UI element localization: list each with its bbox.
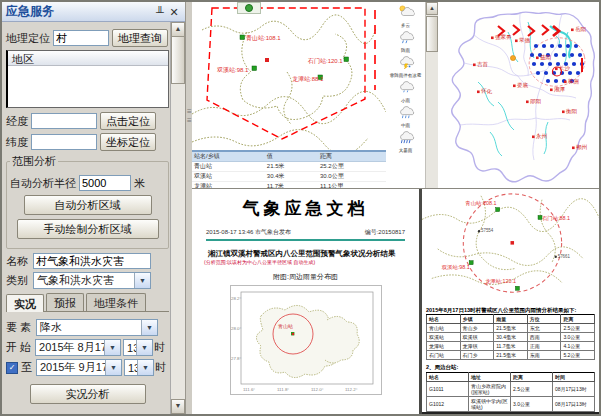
col-header: 方位 <box>527 315 561 324</box>
city-marker[interactable] <box>491 37 494 40</box>
emergency-document[interactable]: 气象应急文档 2015-08-17 13:46 市气象台发布 编号:201508… <box>192 189 419 415</box>
table-row[interactable]: 双溪站30.4米30.0公里 <box>192 172 386 182</box>
station-marker[interactable] <box>344 57 349 62</box>
start-date-picker[interactable]: 2015年 8月17日 ▼ <box>35 339 121 356</box>
table-row[interactable]: 双溪站双溪镇30.4毫米西南3.0公里 <box>427 333 595 342</box>
station-marker[interactable] <box>252 66 257 71</box>
live-analysis-button[interactable]: 实况分析 <box>30 384 146 404</box>
city-marker[interactable] <box>473 64 476 67</box>
province-map[interactable]: 张家界常德岳阳吉首益阳长沙怀化娄底株洲湘潭邵阳衡阳永州郴州 <box>438 2 599 188</box>
end-hour-select[interactable]: 13 ▼ <box>124 359 154 376</box>
legend-label: 大暴雨 <box>388 148 423 153</box>
city-marker[interactable] <box>562 111 565 114</box>
report-intro: 2015年8月17日13时村警戒区八公里范围内雨情分析结果如下: <box>426 307 595 313</box>
manual-draw-area-button[interactable]: 手动绘制分析区域 <box>17 219 159 239</box>
city-marker[interactable] <box>555 68 558 71</box>
chevron-down-icon[interactable]: ▼ <box>137 360 153 375</box>
panel-scrollbar[interactable]: ▲ ▼ <box>170 22 185 414</box>
name-input[interactable] <box>33 253 151 269</box>
chevron-down-icon[interactable]: ▼ <box>141 320 157 335</box>
station-marker[interactable] <box>240 35 245 40</box>
latitude-label: 纬度 <box>6 135 28 150</box>
col-header: 距离 <box>561 315 595 324</box>
table-row[interactable]: 龙潭站龙潭镇11.7毫米正南4.1公里 <box>427 342 595 351</box>
scrollbar-thumb[interactable] <box>171 36 185 84</box>
type-select[interactable]: 气象和洪水灾害 ▼ <box>33 272 151 289</box>
city-label: 怀化 <box>481 88 493 95</box>
city-label: 岳阳 <box>575 26 586 33</box>
city-marker[interactable] <box>515 40 518 43</box>
geo-input[interactable] <box>53 30 109 46</box>
table-row[interactable]: G1011青山乡政府院内(国家站)2.5公里08月17日13时 <box>427 382 595 397</box>
chevron-down-icon[interactable]: ▼ <box>136 340 152 355</box>
scrollbar-thumb[interactable] <box>426 16 438 52</box>
city-marker[interactable] <box>477 91 480 94</box>
analysis-report-document[interactable]: 5755457661 青山站:108.1石门站:88.1双溪站:98.1龙潭站:… <box>422 189 599 415</box>
tab-forecast[interactable]: 预报 <box>46 293 84 311</box>
col-header: 站名 <box>427 315 461 324</box>
city-label: 长沙 <box>559 65 571 72</box>
city-marker[interactable] <box>564 81 567 84</box>
station-result-table[interactable]: 站名/乡镇值距离青山站21.5米25.2公里双溪站30.4米30.0公里龙潭站1… <box>192 150 386 188</box>
city-marker[interactable] <box>513 85 516 88</box>
coord-locate-button[interactable]: 坐标定位 <box>100 133 156 151</box>
table-row[interactable]: G1013龙潭镇水库坝上(区域站)4.1公里08月17日13时 <box>427 412 595 416</box>
city-marker[interactable] <box>572 147 575 150</box>
legend-label: 阵雨 <box>388 48 423 53</box>
close-icon[interactable]: ✕ <box>167 5 181 19</box>
station-id-label: 57554 <box>481 228 494 233</box>
auto-analyze-area-button[interactable]: 自动分析区域 <box>24 195 152 215</box>
city-marker[interactable] <box>571 29 574 32</box>
table-row[interactable]: 石门站石门乡21.5毫米东南5.2公里 <box>427 351 595 360</box>
document-figure: 青山站 28.2°28.0°27.8°111.6°111.8°112.0°112… <box>230 285 382 395</box>
end-hour-value: 13 <box>125 362 137 374</box>
click-locate-button[interactable]: 点击定位 <box>100 112 156 130</box>
scroll-up-icon[interactable]: ▲ <box>171 22 185 37</box>
auto-radius-input[interactable] <box>79 175 131 191</box>
map-tool-chip[interactable] <box>237 2 261 14</box>
pin-icon[interactable]: ╨ <box>153 5 167 19</box>
svg-text:111.8°: 111.8° <box>277 387 289 392</box>
document-number: 编号:20150817 <box>365 228 405 237</box>
end-enabled-checkbox[interactable]: ✓ <box>6 362 18 374</box>
chevron-down-icon[interactable]: ▼ <box>104 340 120 355</box>
element-select[interactable]: 降水 ▼ <box>36 319 158 336</box>
scroll-down-icon[interactable]: ▼ <box>171 399 185 414</box>
longitude-input[interactable] <box>31 113 97 129</box>
legend-item: 多云 <box>386 5 425 28</box>
city-marker[interactable] <box>536 57 539 60</box>
document-note: (分析范围:以该村为中心八公里半径区域 自动生成) <box>204 259 407 265</box>
rain3-weather-icon <box>397 130 415 144</box>
chevron-down-icon[interactable]: ▼ <box>105 360 121 375</box>
city-marker[interactable] <box>550 89 553 92</box>
scroll-up-icon[interactable]: ▲ <box>426 2 438 15</box>
shower-weather-icon <box>397 30 415 44</box>
svg-text:112.0°: 112.0° <box>311 387 324 392</box>
city-label: 株洲 <box>567 78 579 85</box>
panel-titlebar: 应急服务 ╨ ✕ <box>2 2 185 22</box>
document-heading: 湘江镇双溪村警戒区内八公里范围预警气象状况分析结果 <box>208 249 407 258</box>
table-row[interactable]: G1012双溪镇中学内(区域站)3.0公里08月17日13时 <box>427 397 595 412</box>
city-label: 张家界 <box>495 34 512 41</box>
range-analysis-group: 范围分析 自动分析半径 米 自动分析区域 手动绘制分析区域 <box>6 154 169 249</box>
latitude-input[interactable] <box>31 134 97 150</box>
city-label: 娄底 <box>517 82 529 88</box>
document-date: 2015-08-17 13:46 市气象台发布 <box>206 228 291 237</box>
weather-legend: 多云 阵雨 雷阵雨伴有冰雹 小雨 中雨 大暴雨 <box>386 2 426 188</box>
chevron-down-icon[interactable]: ▼ <box>134 273 150 288</box>
tab-live[interactable]: 实况 <box>6 294 44 312</box>
geo-search-button[interactable]: 地理查询 <box>112 29 168 47</box>
report-map: 5755457661 青山站:108.1石门站:88.1双溪站:98.1龙潭站:… <box>422 189 599 301</box>
start-hour-select[interactable]: 13 ▼ <box>123 339 153 356</box>
city-marker[interactable] <box>532 136 535 139</box>
region-listbox[interactable]: 地区 <box>6 50 169 108</box>
analysis-map[interactable]: 青山站:108.1双溪站:98.1龙潭站:88.1石门站:120.1 站名/乡镇… <box>192 2 387 188</box>
end-date-picker[interactable]: 2015年 9月17日 ▼ <box>36 359 122 376</box>
city-marker[interactable] <box>526 101 529 104</box>
svg-text:28.2°: 28.2° <box>231 296 242 301</box>
station-label: 青山站:108.1 <box>465 200 496 206</box>
hour-unit-label: 时 <box>155 360 166 375</box>
table-row[interactable]: 青山站21.5米25.2公里 <box>192 162 386 172</box>
table-row[interactable]: 青山站青山乡21.5毫米东北2.5公里 <box>427 324 595 333</box>
tab-geo-condition[interactable]: 地理条件 <box>86 293 146 311</box>
